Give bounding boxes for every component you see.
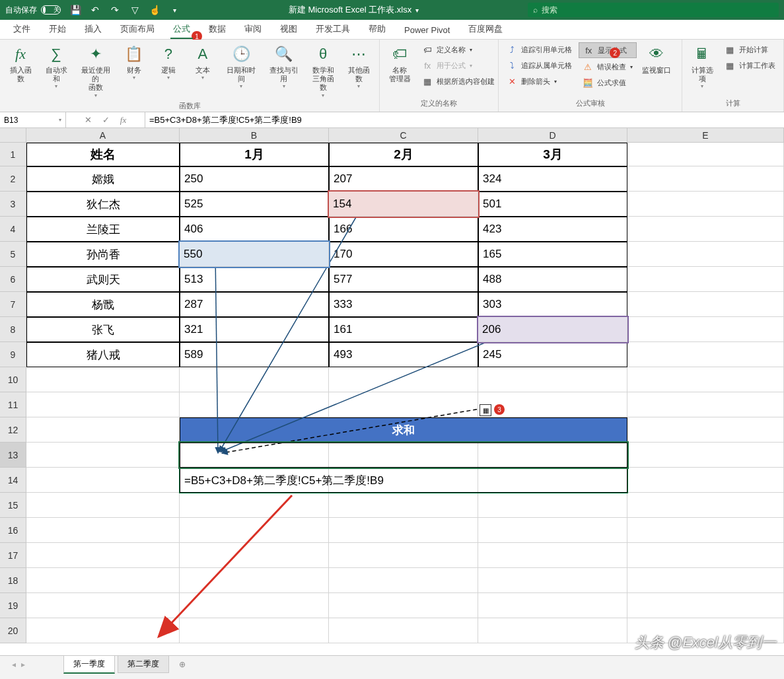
lookup-button[interactable]: 🔍 查找与引用▾: [262, 41, 305, 92]
table-cell-r3-c0[interactable]: 狄仁杰: [26, 192, 180, 217]
row-header-7[interactable]: 7: [0, 292, 26, 317]
grid-cell[interactable]: [627, 192, 784, 217]
table-cell-r2-c2[interactable]: 207: [329, 166, 478, 192]
more-functions-button[interactable]: ⋯ 其他函数▾: [341, 41, 376, 92]
financial-button[interactable]: 📋 财务▾: [117, 41, 151, 83]
table-cell-r6-c1[interactable]: 513: [180, 267, 329, 292]
grid-cell[interactable]: [26, 468, 180, 493]
row-header-1[interactable]: 1: [0, 143, 26, 166]
selected-b13[interactable]: [180, 443, 627, 468]
grid-cell[interactable]: [478, 618, 627, 643]
table-cell-r3-c3[interactable]: 501: [478, 192, 627, 217]
grid-cell[interactable]: [627, 292, 784, 317]
table-cell-r4-c3[interactable]: 423: [478, 217, 627, 242]
ribbon-tab-4[interactable]: 公式1: [164, 19, 199, 39]
formula-display[interactable]: =B5+C3+D8+第二季度!C5+第二季度!B9: [180, 468, 627, 493]
autosave-toggle[interactable]: 关: [41, 5, 61, 15]
select-all-corner[interactable]: [0, 128, 26, 143]
error-check-button[interactable]: ⚠错误检查 ▾: [579, 59, 637, 74]
grid-cell[interactable]: [329, 593, 478, 618]
grid-cell[interactable]: [180, 493, 329, 518]
grid-cell[interactable]: [627, 543, 784, 568]
row-header-15[interactable]: 15: [0, 493, 26, 518]
grid-cell[interactable]: [329, 493, 478, 518]
grid-cell[interactable]: [26, 392, 180, 417]
row-header-4[interactable]: 4: [0, 217, 26, 242]
calc-sheet-button[interactable]: ▦计算工作表: [721, 58, 779, 73]
text-button[interactable]: A 文本▾: [186, 41, 220, 83]
grid-cell[interactable]: [180, 618, 329, 643]
table-cell-r5-c3[interactable]: 165: [478, 242, 627, 267]
table-cell-r5-c2[interactable]: 170: [329, 242, 478, 267]
ribbon-tab-2[interactable]: 插入: [75, 19, 111, 39]
math-button[interactable]: θ 数学和 三角函数▾: [305, 41, 341, 101]
grid-cell[interactable]: [478, 367, 627, 392]
table-cell-r6-c3[interactable]: 488: [478, 267, 627, 292]
remove-arrows-button[interactable]: ✕删除箭头 ▾: [503, 74, 576, 89]
row-header-20[interactable]: 20: [0, 618, 26, 643]
show-formulas-button[interactable]: fx显示公式: [579, 42, 637, 58]
sheet-tab-active[interactable]: 第一季度: [63, 655, 115, 674]
grid-cell[interactable]: [627, 568, 784, 593]
grid-cell[interactable]: [180, 593, 329, 618]
table-cell-r4-c0[interactable]: 兰陵王: [26, 217, 180, 242]
row-header-14[interactable]: 14: [0, 468, 26, 493]
more-icon[interactable]: ▾: [169, 5, 180, 15]
search-input[interactable]: ⌕ 搜索: [528, 3, 779, 17]
val-d8[interactable]: 206: [478, 317, 627, 342]
grid-cell[interactable]: [180, 367, 329, 392]
grid-cell[interactable]: [329, 568, 478, 593]
grid-cell[interactable]: [26, 493, 180, 518]
row-header-16[interactable]: 16: [0, 518, 26, 543]
row-header-12[interactable]: 12: [0, 417, 26, 443]
grid-cell[interactable]: [478, 593, 627, 618]
create-from-selection-button[interactable]: ▦根据所选内容创建: [418, 74, 499, 89]
table-cell-r2-c3[interactable]: 324: [478, 166, 627, 192]
accept-formula-icon[interactable]: ✓: [102, 115, 110, 125]
grid-cell[interactable]: [627, 593, 784, 618]
calc-options-button[interactable]: 🖩 计算选项▾: [685, 41, 719, 92]
recent-functions-button[interactable]: ✦ 最近使用的 函数▾: [74, 41, 117, 101]
grid-cell[interactable]: [329, 618, 478, 643]
grid-cell[interactable]: [627, 518, 784, 543]
table-cell-r4-c2[interactable]: 166: [329, 217, 478, 242]
autosum-button[interactable]: ∑ 自动求和▾: [38, 41, 74, 92]
grid-cell[interactable]: [26, 518, 180, 543]
grid-cell[interactable]: [627, 468, 784, 493]
grid-cell[interactable]: [627, 443, 784, 468]
table-cell-r7-c0[interactable]: 杨戬: [26, 292, 180, 317]
grid-cell[interactable]: [26, 443, 180, 468]
col-header-B[interactable]: B: [180, 128, 329, 143]
grid-cell[interactable]: [329, 367, 478, 392]
table-cell-r6-c0[interactable]: 武则天: [26, 267, 180, 292]
row-header-13[interactable]: 13: [0, 443, 26, 468]
grid-cell[interactable]: [180, 568, 329, 593]
datetime-button[interactable]: 🕒 日期和时间▾: [220, 41, 263, 92]
ribbon-tab-5[interactable]: 数据: [199, 19, 235, 39]
row-header-2[interactable]: 2: [0, 166, 26, 192]
col-header-E[interactable]: E: [627, 128, 784, 143]
grid-cell[interactable]: [627, 367, 784, 392]
table-cell-r9-c3[interactable]: 245: [478, 342, 627, 367]
val-c3[interactable]: 154: [329, 192, 478, 217]
row-header-6[interactable]: 6: [0, 267, 26, 292]
grid-cell[interactable]: [627, 242, 784, 267]
table-cell-r7-c1[interactable]: 287: [180, 292, 329, 317]
insert-function-button[interactable]: fx 插入函数: [3, 41, 38, 86]
col-header-C[interactable]: C: [329, 128, 478, 143]
ribbon-tab-3[interactable]: 页面布局: [111, 19, 164, 39]
table-header-2[interactable]: 2月: [329, 143, 478, 166]
name-manager-button[interactable]: 🏷 名称 管理器: [382, 41, 417, 86]
grid-cell[interactable]: [627, 217, 784, 242]
grid-cell[interactable]: [478, 543, 627, 568]
grid-cell[interactable]: [180, 518, 329, 543]
table-header-0[interactable]: 姓名: [26, 143, 180, 166]
row-header-9[interactable]: 9: [0, 342, 26, 367]
grid-cell[interactable]: [329, 543, 478, 568]
grid-cell[interactable]: [627, 493, 784, 518]
sheet-prev-icon[interactable]: ◂: [12, 660, 16, 669]
trace-precedents-button[interactable]: ⤴追踪引用单元格: [503, 42, 576, 57]
save-icon[interactable]: 💾: [70, 5, 81, 15]
grid-cell[interactable]: [627, 417, 784, 443]
grid-cell[interactable]: [180, 543, 329, 568]
